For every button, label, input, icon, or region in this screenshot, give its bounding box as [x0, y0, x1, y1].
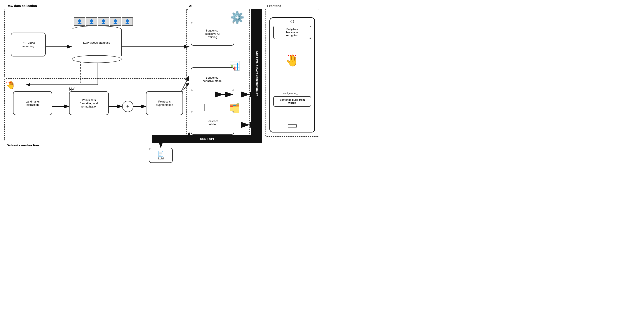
- red-dots: ●●●●●: [288, 54, 296, 56]
- dataset-label: Dataset construction: [6, 143, 39, 147]
- comm-layer-bar: Communication Layer / REST API: [251, 9, 262, 139]
- minus-button[interactable]: −: [288, 124, 296, 127]
- sentence-building-box: Sentence building: [191, 111, 234, 135]
- landmarks-box: Landmarks extraction: [13, 91, 52, 115]
- sentence-build-box: Sentence build from words: [273, 96, 311, 107]
- plus-circle: +: [122, 101, 134, 112]
- video-frame-4: 👤: [110, 17, 121, 26]
- n-checkmark: N✓: [69, 86, 76, 92]
- rest-api-bar: REST API: [152, 135, 262, 143]
- lgp-db-bottom: [72, 55, 122, 63]
- hand-dots: ●●●●●: [6, 81, 12, 83]
- video-frame-3: 👤: [98, 17, 109, 26]
- ai-label: AI: [189, 4, 192, 7]
- words-line: word_a word_b ...: [272, 92, 312, 94]
- lgp-db-body: LGP videos database: [72, 29, 122, 56]
- seq-model-box: Sequence- sensitive model: [191, 67, 234, 91]
- frontend-label: Frontend: [267, 4, 281, 7]
- video-frame-2: 👤: [86, 17, 97, 26]
- video-frame-1: 👤: [74, 17, 85, 26]
- body-face-box: Body/face landmarks recogntion: [273, 26, 311, 39]
- seq-training-box: Sequence- sensitive AI training: [191, 22, 234, 46]
- video-frame-5: 👤: [122, 17, 133, 26]
- raw-data-label: Raw data collection: [6, 4, 37, 7]
- diagram-container: Raw data collection PSL Video recording …: [0, 0, 322, 163]
- llm-box: 📄 LLM: [149, 148, 173, 163]
- camera-icon: [290, 20, 294, 23]
- psl-video-box: PSL Video recording: [11, 32, 46, 56]
- llm-icon: 📄: [158, 151, 164, 157]
- points-sets-box: Points sets formatting and normalization: [69, 91, 109, 115]
- augmentation-box: Point sets augmentation: [146, 91, 183, 115]
- phone-mockup: Body/face landmarks recogntion 🤚 ●●●●● w…: [270, 17, 315, 132]
- video-strip: 👤 👤 👤 👤 👤: [74, 17, 133, 26]
